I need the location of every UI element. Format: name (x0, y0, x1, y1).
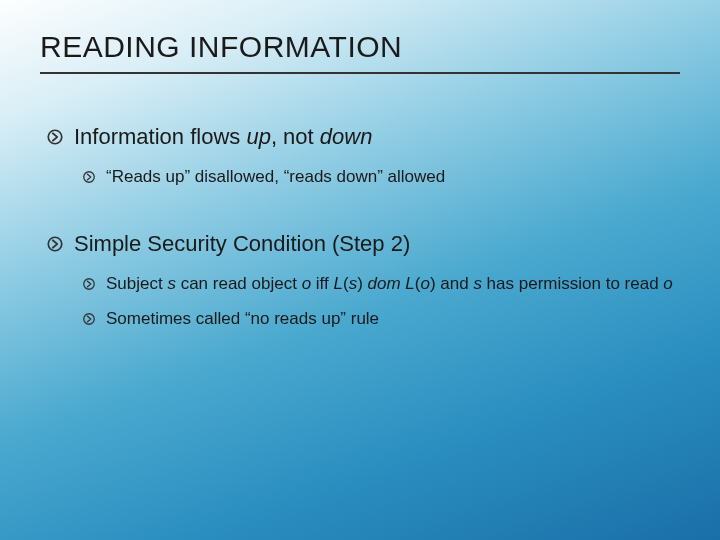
arrow-circle-icon (46, 233, 64, 259)
text-part: ) (357, 274, 367, 293)
text-part-italic: up (246, 124, 270, 149)
svg-point-1 (84, 172, 95, 183)
list-subitem-text: “Reads up” disallowed, “reads down” allo… (106, 166, 680, 189)
list-item: Information flows up, not down (46, 124, 680, 152)
text-part-italic: s (349, 274, 358, 293)
svg-point-0 (48, 130, 62, 144)
text-part-italic: L (333, 274, 342, 293)
text-part-italic: dom L (368, 274, 415, 293)
arrow-circle-icon (82, 310, 96, 333)
list-subitem: “Reads up” disallowed, “reads down” allo… (82, 166, 680, 191)
text-part: iff (311, 274, 333, 293)
page-title: READING INFORMATION (40, 30, 680, 64)
list-subitem-text: Sometimes called “no reads up” rule (106, 308, 680, 331)
text-part: has permission to read (482, 274, 663, 293)
text-part-italic: o (663, 274, 672, 293)
svg-point-3 (84, 279, 95, 290)
text-part-italic: s (167, 274, 176, 293)
text-part: ) and (430, 274, 473, 293)
slide-content: Information flows up, not down “Reads up… (40, 124, 680, 333)
list-subitem: Subject s can read object o iff L(s) dom… (82, 273, 680, 298)
svg-point-4 (84, 314, 95, 325)
text-part: Information flows (74, 124, 246, 149)
list-subitem-text: Subject s can read object o iff L(s) dom… (106, 273, 680, 296)
arrow-circle-icon (82, 275, 96, 298)
arrow-circle-icon (46, 126, 64, 152)
text-part-italic: o (420, 274, 429, 293)
text-part: , not (271, 124, 320, 149)
list-item-text: Simple Security Condition (Step 2) (74, 231, 680, 257)
list-subitem: Sometimes called “no reads up” rule (82, 308, 680, 333)
spacer (46, 201, 680, 231)
text-part: can read object (176, 274, 302, 293)
slide: READING INFORMATION Information flows up… (0, 0, 720, 540)
title-underline (40, 72, 680, 74)
text-part: Subject (106, 274, 167, 293)
list-item-text: Information flows up, not down (74, 124, 680, 150)
text-part-italic: s (473, 274, 482, 293)
svg-point-2 (48, 237, 62, 251)
text-part-italic: o (302, 274, 311, 293)
list-item: Simple Security Condition (Step 2) (46, 231, 680, 259)
arrow-circle-icon (82, 168, 96, 191)
text-part-italic: down (320, 124, 373, 149)
